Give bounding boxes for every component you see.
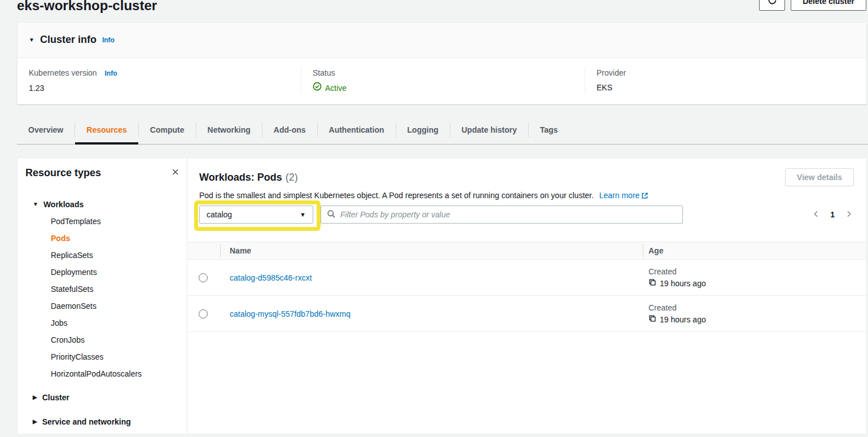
name-column-header: Name bbox=[220, 246, 643, 255]
age-value: 19 hours ago bbox=[660, 315, 706, 324]
sidebar-item-deployments[interactable]: Deployments bbox=[51, 264, 179, 281]
status-value: Active bbox=[325, 82, 347, 94]
age-column-header: Age bbox=[643, 246, 866, 255]
chevron-right-icon bbox=[845, 210, 853, 220]
page-header: eks-workshop-cluster Delete cluster bbox=[0, 0, 868, 22]
close-icon[interactable]: × bbox=[172, 166, 179, 178]
sidebar-item-horizontalpodautoscalers[interactable]: HorizontalPodAutoscalers bbox=[51, 365, 179, 382]
refresh-icon bbox=[768, 0, 777, 7]
collapse-triangle-icon: ▼ bbox=[29, 37, 34, 43]
provider-field: Provider EKS bbox=[585, 67, 866, 94]
row-radio-button[interactable] bbox=[199, 273, 208, 282]
pods-description: Pod is the smallest and simplest Kuberne… bbox=[199, 191, 594, 200]
table-row: catalog-d5985c46-rxcxt Created 19 hours … bbox=[187, 260, 866, 296]
table-row: catalog-mysql-557fdb7bd6-hwxmq Created 1… bbox=[187, 296, 866, 332]
kubernetes-version-label: Kubernetes version bbox=[29, 68, 97, 77]
copy-icon bbox=[648, 314, 656, 324]
tab-networking[interactable]: Networking bbox=[196, 116, 262, 144]
provider-value: EKS bbox=[597, 82, 866, 93]
tab-add-ons[interactable]: Add-ons bbox=[262, 116, 317, 144]
filter-dropdown[interactable]: catalog ▼ bbox=[199, 206, 313, 224]
age-created-label: Created bbox=[648, 303, 866, 312]
sidebar-item-podtemplates[interactable]: PodTemplates bbox=[51, 213, 179, 230]
resource-types-sidebar: Resource types × ▼ Workloads PodTemplate… bbox=[17, 158, 187, 434]
sidebar-item-replicasets[interactable]: ReplicaSets bbox=[51, 247, 179, 264]
sidebar-section-cluster[interactable]: ▶ Cluster bbox=[25, 389, 179, 406]
service-networking-section-label: Service and networking bbox=[42, 413, 131, 430]
collapse-triangle-icon: ▼ bbox=[33, 196, 38, 213]
cluster-info-title: Cluster info bbox=[40, 34, 97, 46]
pods-count: (2) bbox=[286, 172, 298, 183]
status-label: Status bbox=[313, 67, 585, 78]
learn-more-label: Learn more bbox=[599, 191, 640, 200]
pods-table: Name Age catalog-d5985c46-rxcxt Created … bbox=[187, 242, 866, 332]
cluster-section-label: Cluster bbox=[42, 389, 69, 406]
current-page-number[interactable]: 1 bbox=[830, 210, 835, 219]
check-circle-icon bbox=[313, 82, 322, 94]
learn-more-link[interactable]: Learn more bbox=[599, 191, 649, 200]
status-field: Status Active bbox=[301, 67, 585, 94]
sidebar-item-pods[interactable]: Pods bbox=[51, 230, 179, 247]
chevron-left-icon bbox=[812, 210, 820, 220]
tab-compute[interactable]: Compute bbox=[139, 116, 196, 144]
cluster-info-panel: ▼ Cluster info Info Kubernetes version I… bbox=[17, 22, 867, 104]
sidebar-section-service-and-networking[interactable]: ▶ Service and networking bbox=[25, 413, 179, 430]
resources-content: Resource types × ▼ Workloads PodTemplate… bbox=[17, 158, 867, 434]
next-page-button[interactable] bbox=[844, 209, 854, 221]
header-actions: Delete cluster bbox=[759, 0, 866, 11]
sidebar-section-workloads[interactable]: ▼ Workloads bbox=[25, 196, 179, 213]
tab-resources[interactable]: Resources bbox=[75, 116, 138, 144]
resource-types-title: Resource types bbox=[25, 166, 101, 180]
sidebar-item-cronjobs[interactable]: CronJobs bbox=[51, 331, 179, 348]
filter-row: catalog ▼ 1 bbox=[199, 206, 854, 231]
age-created-label: Created bbox=[648, 267, 866, 276]
table-header-row: Name Age bbox=[187, 242, 866, 260]
filter-dropdown-value: catalog bbox=[207, 210, 232, 219]
workloads-section-label: Workloads bbox=[43, 196, 84, 213]
tab-overview[interactable]: Overview bbox=[17, 116, 74, 144]
view-details-button[interactable]: View details bbox=[785, 168, 854, 186]
row-radio-button[interactable] bbox=[199, 309, 208, 318]
tab-tags[interactable]: Tags bbox=[529, 116, 569, 144]
tab-update-history[interactable]: Update history bbox=[450, 116, 528, 144]
external-link-icon bbox=[641, 192, 648, 201]
delete-cluster-button[interactable]: Delete cluster bbox=[791, 0, 866, 11]
refresh-button[interactable] bbox=[759, 0, 785, 11]
provider-label: Provider bbox=[597, 67, 866, 78]
search-icon bbox=[327, 209, 336, 220]
search-input[interactable] bbox=[340, 210, 677, 219]
sidebar-item-daemonsets[interactable]: DaemonSets bbox=[51, 298, 179, 314]
pod-name-link[interactable]: catalog-d5985c46-rxcxt bbox=[230, 273, 312, 282]
copy-icon bbox=[648, 278, 656, 288]
kubernetes-version-field: Kubernetes version Info 1.23 bbox=[17, 67, 301, 94]
workloads-item-list: PodTemplates Pods ReplicaSets Deployment… bbox=[25, 213, 179, 382]
highlight-annotation: catalog ▼ bbox=[194, 200, 321, 231]
tab-authentication[interactable]: Authentication bbox=[318, 116, 396, 144]
sidebar-item-priorityclasses[interactable]: PriorityClasses bbox=[51, 348, 179, 365]
pod-name-link[interactable]: catalog-mysql-557fdb7bd6-hwxmq bbox=[230, 309, 350, 318]
pods-panel: Workloads: Pods (2) View details Pod is … bbox=[187, 158, 867, 434]
delete-cluster-label: Delete cluster bbox=[803, 0, 854, 6]
view-details-label: View details bbox=[797, 173, 842, 182]
tab-logging[interactable]: Logging bbox=[396, 116, 450, 144]
cluster-info-info-link[interactable]: Info bbox=[102, 36, 115, 44]
cluster-info-body: Kubernetes version Info 1.23 Status Acti… bbox=[17, 58, 866, 104]
age-value: 19 hours ago bbox=[660, 279, 706, 288]
pods-heading: Workloads: Pods bbox=[199, 171, 282, 184]
pods-search bbox=[321, 206, 683, 224]
sidebar-item-statefulsets[interactable]: StatefulSets bbox=[51, 281, 179, 298]
page-title: eks-workshop-cluster bbox=[17, 0, 868, 15]
previous-page-button[interactable] bbox=[811, 209, 821, 221]
expand-triangle-icon: ▶ bbox=[33, 389, 37, 406]
kubernetes-version-value: 1.23 bbox=[29, 82, 301, 94]
expand-triangle-icon: ▶ bbox=[33, 413, 37, 430]
cluster-tabs: Overview Resources Compute Networking Ad… bbox=[17, 116, 868, 145]
chevron-down-icon: ▼ bbox=[300, 211, 306, 218]
pagination: 1 bbox=[811, 206, 854, 224]
sidebar-item-jobs[interactable]: Jobs bbox=[51, 314, 179, 331]
cluster-info-header[interactable]: ▼ Cluster info Info bbox=[17, 23, 866, 58]
kubernetes-version-info-link[interactable]: Info bbox=[105, 69, 117, 77]
